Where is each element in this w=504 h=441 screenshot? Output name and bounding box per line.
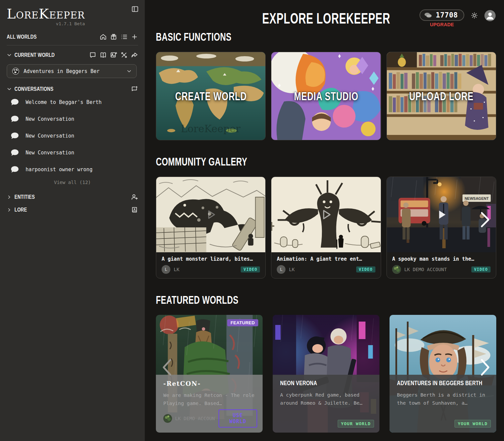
featured-badge: FEATURED <box>227 319 258 326</box>
all-worlds-row: ALL WORLDS <box>7 33 138 40</box>
add-world-button[interactable] <box>131 33 138 40</box>
header-controls: 17708 UPGRADE <box>419 9 496 27</box>
user-avatar-button[interactable] <box>484 10 496 21</box>
coins-block[interactable]: 17708 UPGRADE <box>419 9 464 27</box>
world-media-button[interactable] <box>110 51 117 59</box>
lizard-art <box>156 177 265 252</box>
gift-button[interactable] <box>110 33 117 40</box>
featured-card-neon-verona[interactable]: NEON VERONA A cyberpunk Red game, based … <box>273 315 379 433</box>
featured-card-footer: NEON VERONA A cyberpunk Red game, based … <box>273 375 379 433</box>
logo-block: LoreKeeper v1.7.1 Beta <box>7 5 85 26</box>
featured-next-button[interactable] <box>479 358 491 377</box>
conversation-title: harpoonist owner wrong <box>26 167 93 173</box>
coins-pill[interactable]: 17708 <box>419 9 464 21</box>
speech-bubble-icon <box>10 115 19 123</box>
author-avatar-image <box>163 414 172 423</box>
community-gallery-section: COMMUNITY GALLERY <box>156 156 496 279</box>
chevron-right-icon <box>479 211 491 228</box>
author-name: LK DEMO ACCOUNT <box>404 267 468 272</box>
featured-prev-button[interactable] <box>161 358 173 377</box>
sidebar-divider <box>7 45 138 45</box>
chevron-left-icon <box>161 358 173 377</box>
lore-row[interactable]: LORE <box>7 206 138 213</box>
tools-icon <box>121 51 128 59</box>
community-gallery-heading: COMMUNITY GALLERY <box>156 156 496 169</box>
world-book-button[interactable] <box>100 51 107 59</box>
user-plus-icon <box>131 193 138 200</box>
gallery-caption: A spooky man stands in the… LK DEMO ACCO… <box>387 252 496 278</box>
chevron-right-icon <box>7 208 11 212</box>
gallery-caption-text: Animation: A giant tree ent… <box>277 256 375 262</box>
main-header: EXPLORE LOREKEEPER 17708 UPGRADE <box>156 0 496 31</box>
user-avatar-icon <box>484 10 496 21</box>
speech-bubble-icon <box>10 149 19 157</box>
chevron-down-icon <box>7 86 12 91</box>
conversation-item[interactable]: harpoonist owner wrong <box>7 161 138 178</box>
app-logo[interactable]: LoreKeeper <box>7 7 85 21</box>
media-studio-label: MEDIA STUDIO <box>271 52 380 140</box>
basic-functions-heading: BASIC FUNCTIONS <box>156 31 496 44</box>
speech-bubble-icon <box>10 166 19 174</box>
entities-row[interactable]: ENTITIES <box>7 193 138 200</box>
gallery-caption-text: A spooky man stands in the… <box>392 256 491 262</box>
conversation-title: Welcome to Beggar's Berth <box>26 99 102 105</box>
world-chat-button[interactable] <box>89 51 96 59</box>
home-button[interactable] <box>100 33 107 40</box>
current-world-row[interactable]: CURRENT WORLD <box>7 51 138 59</box>
upload-lore-card[interactable]: UPLOAD LORE <box>387 52 496 140</box>
create-world-card[interactable]: LoreKeeper CREATE WORLD <box>156 52 266 140</box>
tree-ent-art <box>271 177 380 252</box>
use-world-button[interactable]: USE WORLD <box>219 409 257 428</box>
conversations-header[interactable]: CONVERSATIONS <box>7 85 138 93</box>
app-root: LoreKeeper v1.7.1 Beta ALL WORLDS CURREN… <box>0 0 504 441</box>
featured-world-author: LK DEMO ACCOUNT <box>175 416 215 421</box>
featured-card-footer: ADVENTURES IN BEGGERS BERTH Beggers Bert… <box>390 375 496 433</box>
your-world-badge: YOUR WORLD <box>455 420 491 428</box>
world-select[interactable]: Adventures in Beggers Ber <box>7 64 137 78</box>
conversation-item[interactable]: New Conversation <box>7 144 138 161</box>
message-plus-icon <box>131 85 138 93</box>
lore-label: LORE <box>14 207 27 213</box>
gallery-next-button[interactable] <box>479 211 491 228</box>
conversation-item[interactable]: New Conversation <box>7 127 138 144</box>
featured-worlds-grid: FEATURED -RetCON- We are making Retcon -… <box>156 315 496 433</box>
author-avatar-image <box>392 265 401 274</box>
gallery-card-lizard[interactable]: A giant monster lizard, bites… L LK VIDE… <box>156 177 266 279</box>
theme-toggle-button[interactable] <box>471 12 478 19</box>
chat-icon <box>89 51 96 59</box>
speech-bubble-icon <box>10 132 19 140</box>
all-worlds-label: ALL WORLDS <box>7 34 37 40</box>
world-tools-button[interactable] <box>121 51 128 59</box>
conversation-item[interactable]: New Conversation <box>7 111 138 127</box>
new-conversation-button[interactable] <box>131 85 138 93</box>
entities-label: ENTITIES <box>14 194 35 200</box>
current-world-label: CURRENT WORLD <box>14 52 55 58</box>
basic-functions-grid: LoreKeeper CREATE WORLD <box>156 52 496 140</box>
gift-icon <box>110 33 117 40</box>
media-studio-card[interactable]: MEDIA STUDIO <box>271 52 381 140</box>
conversation-title: New Conversation <box>26 133 74 139</box>
view-all-conversations[interactable]: View all (12) <box>7 178 138 188</box>
list-button[interactable] <box>121 33 128 40</box>
featured-world-title: -RetCON- <box>163 380 255 387</box>
featured-worlds-section: FEATURED WORLDS <box>156 294 496 433</box>
speech-bubble-icon <box>10 98 19 106</box>
book-plus-icon <box>131 206 138 213</box>
video-badge: VIDEO <box>356 266 375 272</box>
gallery-card-tree[interactable]: Animation: A giant tree ent… L LK VIDEO <box>271 177 381 279</box>
author-avatar: L <box>277 265 285 274</box>
basic-functions-section: BASIC FUNCTIONS L <box>156 31 496 140</box>
app-version: v1.7.1 Beta <box>7 21 85 26</box>
sidebar-collapse-button[interactable] <box>131 5 139 13</box>
featured-world-description: We are making Retcon - The role Playing … <box>163 392 255 408</box>
image-plus-icon <box>110 51 117 59</box>
world-share-button[interactable] <box>131 51 138 59</box>
home-icon <box>100 33 107 40</box>
upgrade-link[interactable]: UPGRADE <box>430 22 454 27</box>
conversation-item[interactable]: Welcome to Beggar's Berth <box>7 94 138 111</box>
add-lore-button[interactable] <box>131 206 138 213</box>
featured-card-footer: -RetCON- We are making Retcon - The role… <box>156 375 263 433</box>
add-entity-button[interactable] <box>131 193 138 200</box>
community-gallery-grid: A giant monster lizard, bites… L LK VIDE… <box>156 177 496 279</box>
panel-left-icon <box>131 5 139 13</box>
